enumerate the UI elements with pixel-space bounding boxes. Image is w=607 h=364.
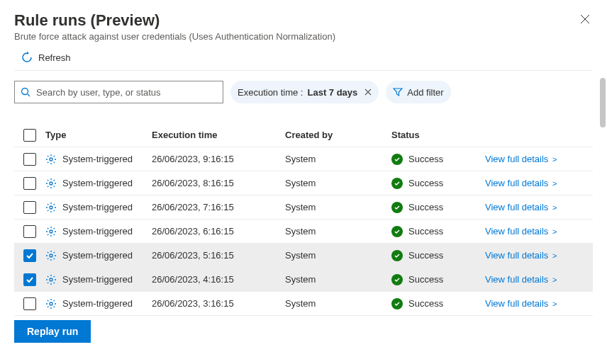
svg-line-1 bbox=[28, 94, 30, 97]
gear-icon bbox=[45, 202, 57, 213]
svg-point-2 bbox=[50, 158, 52, 161]
chevron-right-icon: > bbox=[552, 227, 557, 236]
row-checkbox[interactable] bbox=[23, 249, 36, 262]
success-icon bbox=[391, 178, 403, 189]
success-icon bbox=[391, 250, 403, 261]
view-details-link[interactable]: View full details > bbox=[485, 154, 557, 164]
type-cell: System-triggered bbox=[62, 202, 133, 212]
created-by-cell: System bbox=[285, 274, 391, 285]
table-row[interactable]: System-triggered26/06/2023, 8:16:15Syste… bbox=[14, 171, 593, 195]
created-by-cell: System bbox=[285, 226, 391, 237]
table-row[interactable]: System-triggered26/06/2023, 3:16:15Syste… bbox=[14, 292, 593, 316]
status-cell: Success bbox=[408, 202, 443, 212]
search-box[interactable] bbox=[14, 81, 223, 103]
success-icon bbox=[391, 274, 403, 285]
close-button[interactable] bbox=[577, 11, 593, 29]
row-checkbox[interactable] bbox=[23, 297, 36, 310]
view-details-link[interactable]: View full details > bbox=[485, 202, 557, 212]
success-icon bbox=[391, 226, 403, 237]
search-input[interactable] bbox=[36, 87, 217, 98]
exec-time-cell: 26/06/2023, 4:16:15 bbox=[152, 274, 285, 285]
status-cell: Success bbox=[408, 178, 443, 188]
chevron-right-icon: > bbox=[552, 300, 557, 308]
filter-remove-button[interactable] bbox=[364, 89, 372, 96]
table-header: Type Execution time Created by Status bbox=[14, 123, 593, 147]
add-filter-button[interactable]: Add filter bbox=[386, 81, 450, 103]
view-details-link[interactable]: View full details > bbox=[485, 250, 557, 261]
created-by-cell: System bbox=[285, 154, 391, 164]
gear-icon bbox=[45, 274, 57, 285]
created-by-cell: System bbox=[285, 178, 391, 188]
chevron-right-icon: > bbox=[552, 251, 557, 260]
svg-point-3 bbox=[50, 182, 52, 185]
type-cell: System-triggered bbox=[62, 226, 133, 237]
row-checkbox[interactable] bbox=[23, 273, 36, 286]
scrollbar[interactable] bbox=[598, 78, 606, 305]
column-header-status[interactable]: Status bbox=[391, 130, 485, 140]
svg-point-5 bbox=[50, 230, 52, 233]
svg-point-8 bbox=[50, 302, 52, 305]
chevron-right-icon: > bbox=[552, 203, 557, 212]
row-checkbox[interactable] bbox=[23, 153, 36, 166]
filter-icon bbox=[393, 87, 403, 97]
success-icon bbox=[391, 298, 403, 309]
chevron-right-icon: > bbox=[552, 155, 557, 164]
type-cell: System-triggered bbox=[62, 154, 133, 164]
table-row[interactable]: System-triggered26/06/2023, 6:16:15Syste… bbox=[14, 220, 593, 244]
column-header-created[interactable]: Created by bbox=[285, 130, 391, 140]
exec-time-cell: 26/06/2023, 7:16:15 bbox=[152, 202, 285, 212]
gear-icon bbox=[45, 298, 57, 309]
search-icon bbox=[21, 87, 30, 97]
view-details-link[interactable]: View full details > bbox=[485, 226, 557, 237]
status-cell: Success bbox=[408, 154, 443, 164]
refresh-label: Refresh bbox=[38, 52, 71, 63]
status-cell: Success bbox=[408, 298, 443, 309]
page-subtitle: Brute force attack against user credenti… bbox=[14, 31, 335, 42]
view-details-link[interactable]: View full details > bbox=[485, 298, 557, 309]
refresh-icon bbox=[21, 52, 33, 63]
table-row[interactable]: System-triggered26/06/2023, 7:16:15Syste… bbox=[14, 195, 593, 220]
exec-time-cell: 26/06/2023, 3:16:15 bbox=[152, 298, 285, 309]
success-icon bbox=[391, 154, 403, 165]
type-cell: System-triggered bbox=[62, 178, 133, 188]
gear-icon bbox=[45, 226, 57, 237]
created-by-cell: System bbox=[285, 250, 391, 261]
svg-point-0 bbox=[22, 89, 28, 95]
exec-time-cell: 26/06/2023, 6:16:15 bbox=[152, 226, 285, 237]
chevron-right-icon: > bbox=[552, 275, 557, 284]
add-filter-label: Add filter bbox=[407, 87, 443, 98]
type-cell: System-triggered bbox=[62, 250, 133, 261]
type-cell: System-triggered bbox=[62, 274, 133, 285]
filter-pill-value: Last 7 days bbox=[308, 87, 358, 98]
column-header-exec[interactable]: Execution time bbox=[152, 130, 285, 140]
created-by-cell: System bbox=[285, 202, 391, 212]
page-title: Rule runs (Preview) bbox=[14, 11, 335, 30]
svg-point-4 bbox=[50, 206, 52, 209]
row-checkbox[interactable] bbox=[23, 177, 36, 190]
gear-icon bbox=[45, 154, 57, 165]
scroll-thumb[interactable] bbox=[600, 78, 606, 127]
row-checkbox[interactable] bbox=[23, 225, 36, 238]
view-details-link[interactable]: View full details > bbox=[485, 274, 557, 285]
view-details-link[interactable]: View full details > bbox=[485, 178, 557, 188]
filter-pill-label: Execution time : bbox=[238, 87, 304, 98]
close-icon bbox=[580, 14, 590, 24]
row-checkbox[interactable] bbox=[23, 201, 36, 214]
filter-pill-execution-time[interactable]: Execution time : Last 7 days bbox=[230, 81, 379, 103]
status-cell: Success bbox=[408, 226, 443, 237]
type-cell: System-triggered bbox=[62, 298, 133, 309]
table-row[interactable]: System-triggered26/06/2023, 9:16:15Syste… bbox=[14, 147, 593, 171]
replay-run-button[interactable]: Replay run bbox=[14, 320, 91, 343]
table-row[interactable]: System-triggered26/06/2023, 4:16:15Syste… bbox=[14, 268, 593, 292]
gear-icon bbox=[45, 250, 57, 261]
gear-icon bbox=[45, 178, 57, 189]
svg-point-6 bbox=[50, 254, 52, 257]
column-header-type[interactable]: Type bbox=[45, 130, 152, 140]
exec-time-cell: 26/06/2023, 9:16:15 bbox=[152, 154, 285, 164]
exec-time-cell: 26/06/2023, 8:16:15 bbox=[152, 178, 285, 188]
chevron-right-icon: > bbox=[552, 179, 557, 188]
close-icon bbox=[364, 89, 372, 96]
refresh-button[interactable]: Refresh bbox=[14, 42, 593, 71]
select-all-checkbox[interactable] bbox=[23, 129, 36, 142]
table-row[interactable]: System-triggered26/06/2023, 5:16:15Syste… bbox=[14, 244, 593, 268]
